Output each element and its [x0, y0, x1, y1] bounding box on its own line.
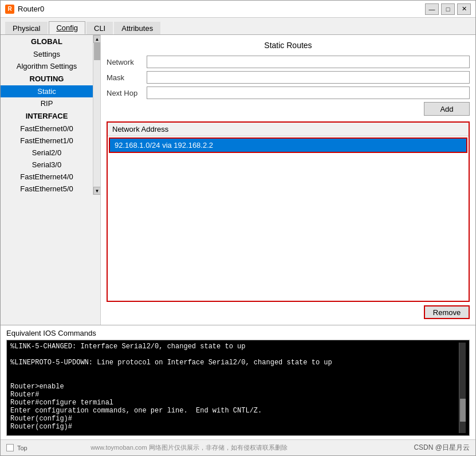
sidebar-item-algorithm[interactable]: Algorithm Settings — [1, 60, 93, 72]
tab-config[interactable]: Config — [49, 21, 85, 34]
content-area: Static Routes Network Mask Next Hop Add … — [101, 35, 475, 325]
nexthop-label: Next Hop — [107, 89, 147, 97]
tab-bar: Physical Config CLI Attributes — [1, 18, 475, 35]
sidebar-scrollbar: ▲ ▼ — [93, 35, 101, 195]
app-icon: R — [5, 5, 14, 14]
network-row: Network — [107, 56, 470, 68]
sidebar-item-serial20[interactable]: Serial2/0 — [1, 147, 93, 159]
sidebar-inner: GLOBAL Settings Algorithm Settings ROUTI… — [1, 35, 101, 195]
table-row[interactable]: 92.168.1.0/24 via 192.168.2.2 — [109, 137, 467, 153]
nexthop-row: Next Hop — [107, 87, 470, 99]
sidebar-item-serial30[interactable]: Serial3/0 — [1, 159, 93, 171]
sidebar-header-interface: INTERFACE — [1, 109, 93, 123]
sidebar-item-rip[interactable]: RIP — [1, 97, 93, 109]
add-button[interactable]: Add — [424, 102, 470, 116]
window-title: Router0 — [18, 5, 425, 13]
add-btn-row: Add — [107, 102, 470, 116]
terminal-scrollbar[interactable] — [459, 343, 466, 433]
terminal-scrollbar-thumb[interactable] — [460, 399, 466, 422]
tab-cli[interactable]: CLI — [86, 22, 113, 34]
sidebar-scroll-up[interactable]: ▲ — [93, 35, 101, 43]
sidebar-header-routing: ROUTING — [1, 72, 93, 85]
sidebar-item-settings[interactable]: Settings — [1, 48, 93, 60]
watermark-text: www.toymoban.com 网络图片仅供展示，非存储，如有侵权请联系删除 — [91, 443, 287, 452]
terminal-text: %LINK-5-CHANGED: Interface Serial2/0, ch… — [10, 343, 459, 433]
terminal-label: Equivalent IOS Commands — [6, 329, 470, 337]
close-button[interactable]: ✕ — [457, 3, 471, 15]
top-checkbox[interactable] — [6, 444, 14, 451]
window-controls: — □ ✕ — [425, 3, 471, 15]
section-title: Static Routes — [107, 41, 470, 50]
brand-text: CSDN @日星月云 — [414, 443, 470, 453]
mask-label: Mask — [107, 73, 147, 82]
tab-physical[interactable]: Physical — [5, 22, 48, 34]
top-label: Top — [17, 445, 27, 451]
main-window: R Router0 — □ ✕ Physical Config CLI Attr… — [0, 0, 476, 456]
network-input[interactable] — [147, 56, 470, 68]
sidebar-scroll-thumb[interactable] — [94, 43, 101, 60]
sidebar: GLOBAL Settings Algorithm Settings ROUTI… — [1, 35, 101, 325]
bottom-section: Equivalent IOS Commands %LINK-5-CHANGED:… — [1, 325, 475, 439]
network-label: Network — [107, 58, 147, 66]
status-bar-left: Top — [6, 444, 27, 451]
nexthop-input[interactable] — [147, 87, 470, 99]
sidebar-header-global: GLOBAL — [1, 35, 93, 48]
table-body: 92.168.1.0/24 via 192.168.2.2 — [108, 136, 469, 301]
sidebar-content: GLOBAL Settings Algorithm Settings ROUTI… — [1, 35, 93, 195]
minimize-button[interactable]: — — [425, 3, 439, 15]
terminal[interactable]: %LINK-5-CHANGED: Interface Serial2/0, ch… — [6, 340, 470, 436]
main-area: GLOBAL Settings Algorithm Settings ROUTI… — [1, 35, 475, 325]
sidebar-item-fe00[interactable]: FastEthernet0/0 — [1, 123, 93, 135]
network-table: Network Address 92.168.1.0/24 via 192.16… — [107, 121, 470, 302]
sidebar-item-static[interactable]: Static — [1, 85, 93, 97]
mask-input[interactable] — [147, 71, 470, 84]
sidebar-item-fe10[interactable]: FastEthernet1/0 — [1, 135, 93, 147]
remove-btn-row: Remove — [107, 305, 470, 319]
title-bar: R Router0 — □ ✕ — [1, 1, 475, 18]
tab-attributes[interactable]: Attributes — [114, 22, 160, 34]
sidebar-item-fe50[interactable]: FastEthernet5/0 — [1, 183, 93, 195]
sidebar-scroll-track — [93, 43, 101, 187]
maximize-button[interactable]: □ — [441, 3, 455, 15]
remove-button[interactable]: Remove — [424, 305, 470, 319]
sidebar-scroll-down[interactable]: ▼ — [93, 187, 101, 195]
mask-row: Mask — [107, 71, 470, 84]
status-bar: Top www.toymoban.com 网络图片仅供展示，非存储，如有侵权请联… — [1, 439, 475, 455]
sidebar-item-fe40[interactable]: FastEthernet4/0 — [1, 171, 93, 183]
table-header: Network Address — [108, 123, 469, 136]
